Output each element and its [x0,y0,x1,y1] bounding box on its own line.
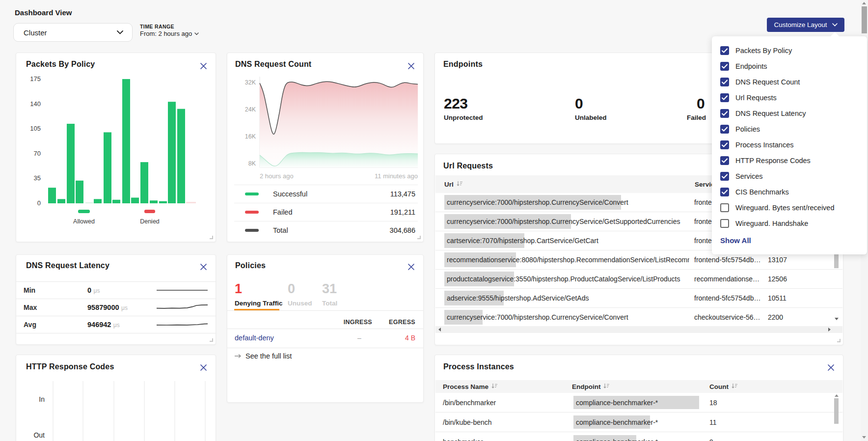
customize-layout-button[interactable]: Customize Layout [767,18,844,32]
legend-row: Successful113,475 [234,185,418,203]
scroll-up-arrow[interactable] [862,2,866,4]
url-cell: productcatalogservice:3550/hipstershop.P… [447,275,689,283]
stat-value: 0 [288,282,312,295]
checkbox-checked-icon[interactable] [720,78,729,86]
count-cell: 9 [709,438,713,441]
column-process-name[interactable]: Process Name [443,383,498,390]
resize-handle[interactable] [210,338,213,342]
process-table-row[interactable]: benchmarkercompliance-benchmarker-*9 [435,432,842,441]
card-title: Packets By Policy [26,60,95,69]
policies-tab-unused[interactable]: 0 Unused [288,282,312,307]
resize-handle[interactable] [837,339,841,342]
view-selector-value: Cluster [24,28,47,37]
stat-label: Denying Traffic [235,300,283,307]
legend-row: Total304,686 [234,221,418,239]
checkbox-checked-icon[interactable] [720,109,729,118]
stat-label: Failed [687,114,706,121]
card-policies: Policies 1 Denying Traffic 0 Unused 31 T… [227,254,424,403]
arrow-right-icon [235,354,241,358]
svg-text:32K: 32K [245,79,256,86]
close-icon[interactable] [200,263,207,271]
scroll-up-arrow[interactable] [835,394,839,397]
horizontal-scrollbar[interactable] [435,326,842,333]
process-table-row[interactable]: /bin/kube-benchcompliance-benchmarker-*1… [435,413,842,432]
see-full-list-link[interactable]: See the full list [235,352,292,360]
latency-value: 946942 μs [87,320,120,329]
active-tab-underline [234,309,279,310]
sort-icon [457,181,463,188]
process-table-header: Process Name Endpoint Count [435,380,842,393]
latency-value: 95879000 μs [87,303,128,312]
legend-label: Successful [273,190,307,198]
checkbox-checked-icon[interactable] [720,62,729,71]
view-selector[interactable]: Cluster [13,23,133,42]
url-cell: currencyservice:7000/hipstershop.Currenc… [447,218,689,225]
menu-item[interactable]: HTTP Response Codes [712,153,867,168]
endpoint-cell: compliance-benchmarker-* [576,399,658,407]
menu-item-label: CIS Benchmarks [735,188,789,196]
menu-item-label: Endpoints [735,62,767,70]
resize-handle[interactable] [417,236,421,239]
vertical-scrollbar[interactable] [834,398,839,424]
menu-item[interactable]: Endpoints [712,58,867,74]
dns-area-chart: 32K24K16K8K2 hours ago11 minutes ago [227,53,423,181]
close-icon[interactable] [407,263,415,271]
url-table-row[interactable]: productcatalogservice:3550/hipstershop.P… [435,270,842,289]
policy-link[interactable]: default-deny [235,334,274,342]
url-cell: currencyservice:7000/hipstershop.Currenc… [447,313,689,321]
close-icon[interactable] [827,364,835,371]
column-egress: EGRESS [389,319,415,326]
menu-item[interactable]: Policies [712,121,867,137]
resize-handle[interactable] [210,236,213,239]
checkbox-checked-icon[interactable] [720,172,729,181]
process-table-row[interactable]: /bin/benchmarkercompliance-benchmarker-*… [435,393,842,413]
column-count[interactable]: Count [709,383,738,390]
endpoint-cell: compliance-benchmarker-* [576,438,658,441]
checkbox-checked-icon[interactable] [720,46,729,55]
process-name-cell: /bin/kube-bench [443,418,492,426]
scroll-down-arrow[interactable] [862,436,866,439]
checkbox-checked-icon[interactable] [720,125,729,134]
close-icon[interactable] [200,62,207,70]
menu-item[interactable]: Packets By Policy [712,43,867,58]
policies-tab-total[interactable]: 31 Total [322,282,337,307]
column-url[interactable]: Url [444,181,463,188]
card-dns-request-latency: DNS Request Latency Min0 μsMax95879000 μ… [16,254,216,345]
legend-value: 191,211 [390,208,415,216]
url-table-row[interactable]: currencyservice:7000/hipstershop.Currenc… [435,308,842,327]
count-cell: 11 [709,418,717,426]
menu-item[interactable]: Process Instances [712,137,867,153]
menu-item[interactable]: Services [712,168,867,184]
time-range-value[interactable]: From: 2 hours ago [140,30,199,37]
checkbox-checked-icon[interactable] [720,156,729,165]
process-name-cell: benchmarker [443,438,483,441]
checkbox-checked-icon[interactable] [720,93,729,102]
menu-item[interactable]: DNS Request Latency [712,106,867,121]
menu-item[interactable]: DNS Request Count [712,74,867,90]
card-title: DNS Request Latency [26,261,109,270]
checkbox-checked-icon[interactable] [720,188,729,196]
svg-text:Allowed: Allowed [73,218,95,225]
menu-item[interactable]: Wireguard. Bytes sent/received [712,200,867,216]
checkbox-unchecked-icon[interactable] [720,219,729,228]
scroll-right-arrow[interactable] [828,328,831,331]
latency-label: Avg [24,321,87,329]
scroll-left-arrow[interactable] [438,328,441,331]
show-all-link[interactable]: Show All [720,236,867,245]
card-title: Policies [235,261,266,270]
svg-text:Denied: Denied [140,218,160,225]
scrollbar-thumb[interactable] [862,6,867,33]
menu-item[interactable]: Wireguard. Handshake [712,216,867,231]
url-table-row[interactable]: adservice:9555/hipstershop.AdService/Get… [435,289,842,308]
legend-swatch [245,229,259,232]
menu-item[interactable]: CIS Benchmarks [712,184,867,200]
checkbox-unchecked-icon[interactable] [720,203,729,212]
column-endpoint[interactable]: Endpoint [572,383,610,390]
legend-row: Failed191,211 [234,203,418,221]
scroll-down-arrow[interactable] [835,318,839,320]
card-title: Process Instances [443,362,514,371]
policies-tab-denying[interactable]: 1 Denying Traffic [235,282,283,307]
checkbox-checked-icon[interactable] [720,140,729,149]
service-cell: checkoutservice-56… [694,313,760,321]
menu-item[interactable]: Url Requests [712,90,867,106]
